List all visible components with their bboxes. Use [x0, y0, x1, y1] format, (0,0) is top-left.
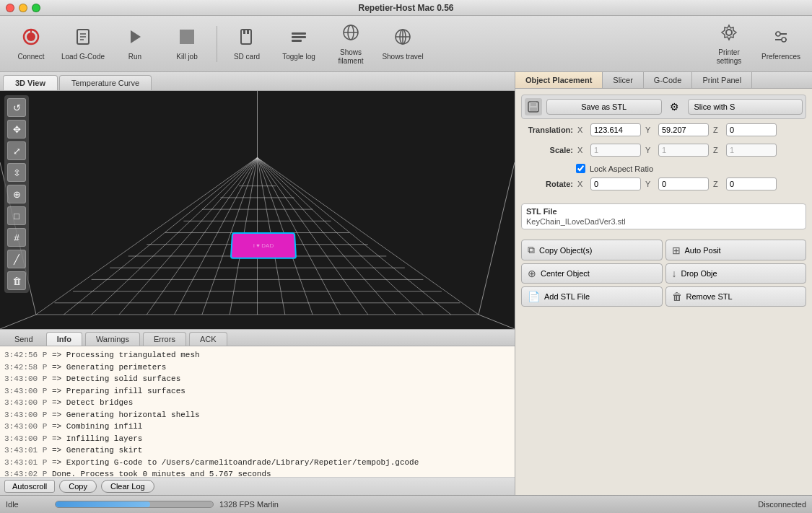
log-tab-info[interactable]: Info: [46, 332, 82, 346]
svg-rect-12: [292, 32, 306, 35]
sd-card-button[interactable]: SD card: [222, 19, 272, 69]
translation-label: Translation:: [521, 126, 573, 134]
log-tab-ack[interactable]: ACK: [189, 332, 227, 346]
stl-filename: KeyChain_ILoveDadVer3.stl: [526, 217, 801, 226]
scale-x-input[interactable]: [590, 144, 641, 157]
placement-topbar: Save as STL ⚙ Slice with S: [521, 95, 806, 119]
connect-icon: [21, 27, 41, 50]
svg-rect-29: [530, 108, 537, 111]
move-xy-button[interactable]: ⤢: [7, 141, 26, 160]
maximize-button[interactable]: [32, 4, 40, 12]
log-content[interactable]: 3:42:56 P => Processing triangulated mes…: [0, 346, 515, 477]
grid-view-button[interactable]: #: [7, 228, 26, 247]
svg-rect-13: [292, 36, 306, 38]
scale-y-input[interactable]: [658, 144, 709, 157]
rotate-x-label: X: [577, 180, 586, 188]
svg-rect-10: [243, 30, 245, 34]
progress-bar-fill: [56, 501, 150, 507]
trans-z-input[interactable]: [726, 123, 777, 136]
log-tabs: Send Info Warnings Errors ACK: [0, 329, 515, 346]
load-gcode-button[interactable]: Load G-Code: [58, 19, 108, 69]
add-stl-button[interactable]: 📄 Add STL File: [521, 286, 663, 307]
titlebar: Repetier-Host Mac 0.56: [0, 0, 812, 16]
tab-print-panel[interactable]: Print Panel: [692, 72, 752, 88]
remove-stl-icon: 🗑: [672, 291, 682, 302]
log-tab-errors[interactable]: Errors: [143, 332, 186, 346]
pan-button[interactable]: ✥: [7, 120, 26, 139]
trans-x-input[interactable]: [590, 123, 641, 136]
svg-rect-11: [247, 30, 249, 34]
rotate-z-input[interactable]: [726, 177, 777, 190]
clear-log-button[interactable]: Clear Log: [101, 480, 154, 493]
log-line: 3:43:00 P => Detecting solid surfaces: [4, 373, 510, 385]
lock-aspect-row: Lock Aspect Ratio: [576, 164, 806, 173]
copy-objects-icon: ⧉: [528, 244, 535, 256]
run-button[interactable]: Run: [110, 19, 160, 69]
svg-rect-28: [531, 102, 536, 106]
toolbar-separator-1: [217, 26, 217, 62]
zoom-button[interactable]: ⊕: [7, 185, 26, 203]
load-gcode-icon: [73, 27, 93, 50]
settings-button[interactable]: ⚙: [666, 98, 684, 115]
tab-object-placement[interactable]: Object Placement: [515, 72, 603, 88]
measure-button[interactable]: ╱: [7, 250, 26, 268]
tab-slicer[interactable]: Slicer: [603, 72, 644, 88]
save-icon-button[interactable]: [525, 98, 542, 115]
drop-object-button[interactable]: ↓ Drop Obje: [665, 263, 807, 284]
reset-view-button[interactable]: ↺: [7, 98, 26, 117]
trans-x-label: X: [577, 126, 586, 134]
viewport[interactable]: ↺ ✥ ⤢ ⇳ ⊕ □ # ╱ 🗑 I ♥ DAD: [0, 91, 515, 329]
view-tabs: 3D View Temperature Curve: [0, 72, 515, 91]
tab-gcode[interactable]: G-Code: [644, 72, 693, 88]
stl-file-label: STL File: [526, 207, 801, 216]
rotate-x-input[interactable]: [590, 177, 641, 190]
shows-filament-button[interactable]: Shows filament: [326, 19, 376, 69]
progress-bar-container: [55, 501, 214, 508]
trans-y-input[interactable]: [658, 123, 709, 136]
copy-button[interactable]: Copy: [59, 480, 97, 493]
autoscroll-button[interactable]: Autoscroll: [4, 480, 55, 493]
svg-rect-14: [292, 40, 302, 42]
printer-settings-button[interactable]: Printer settings: [704, 19, 754, 69]
svg-rect-9: [241, 30, 251, 44]
view-toolbar: ↺ ✥ ⤢ ⇳ ⊕ □ # ╱ 🗑: [4, 95, 29, 293]
scale-label: Scale:: [521, 146, 573, 154]
drop-object-icon: ↓: [672, 268, 677, 279]
copy-objects-button[interactable]: ⧉ Copy Object(s): [521, 240, 663, 260]
delete-button[interactable]: 🗑: [7, 271, 26, 290]
tab-temperature-curve[interactable]: Temperature Curve: [59, 75, 152, 90]
log-bottom-bar: Autoscroll Copy Clear Log: [0, 477, 515, 495]
log-line: 3:43:01 P => Exporting G-code to /Users/…: [4, 457, 510, 469]
toolbar: Connect Load G-Code Run Kill job: [0, 16, 812, 72]
kill-job-button[interactable]: Kill job: [162, 19, 212, 69]
shows-travel-button[interactable]: Shows travel: [377, 19, 428, 69]
rotate-y-input[interactable]: [658, 177, 709, 190]
center-object-button[interactable]: ⊕ Center Object: [521, 263, 663, 284]
center-object-icon: ⊕: [528, 268, 536, 279]
stl-file-section: STL File KeyChain_ILoveDadVer3.stl: [521, 203, 806, 229]
toggle-log-button[interactable]: Toggle log: [274, 19, 324, 69]
log-send-label: Send: [4, 333, 43, 346]
log-line: 3:43:00 P => Combining infill: [4, 421, 510, 433]
lock-aspect-checkbox[interactable]: [576, 164, 585, 173]
move-z-button[interactable]: ⇳: [7, 163, 26, 182]
save-stl-button[interactable]: Save as STL: [546, 99, 662, 115]
log-line: 3:43:00 P => Infilling layers: [4, 433, 510, 445]
scale-z-input[interactable]: [726, 144, 777, 157]
connect-button[interactable]: Connect: [6, 19, 56, 69]
close-button[interactable]: [6, 4, 14, 12]
log-tab-warnings[interactable]: Warnings: [85, 332, 140, 346]
preferences-button[interactable]: Preferences: [756, 19, 806, 69]
3d-object[interactable]: I ♥ DAD: [230, 232, 297, 259]
slice-button[interactable]: Slice with S: [688, 99, 803, 115]
sd-card-icon: [237, 27, 257, 50]
toggle-log-icon: [289, 27, 309, 50]
tab-3d-view[interactable]: 3D View: [3, 75, 58, 90]
lock-aspect-label: Lock Aspect Ratio: [590, 165, 653, 173]
minimize-button[interactable]: [19, 4, 27, 12]
object-label: I ♥ DAD: [253, 242, 274, 249]
auto-position-button[interactable]: ⊞ Auto Posit: [665, 240, 807, 260]
remove-stl-button[interactable]: 🗑 Remove STL: [665, 286, 807, 307]
log-line: 3:42:58 P => Generating perimeters: [4, 361, 510, 374]
flat-view-button[interactable]: □: [7, 206, 26, 225]
